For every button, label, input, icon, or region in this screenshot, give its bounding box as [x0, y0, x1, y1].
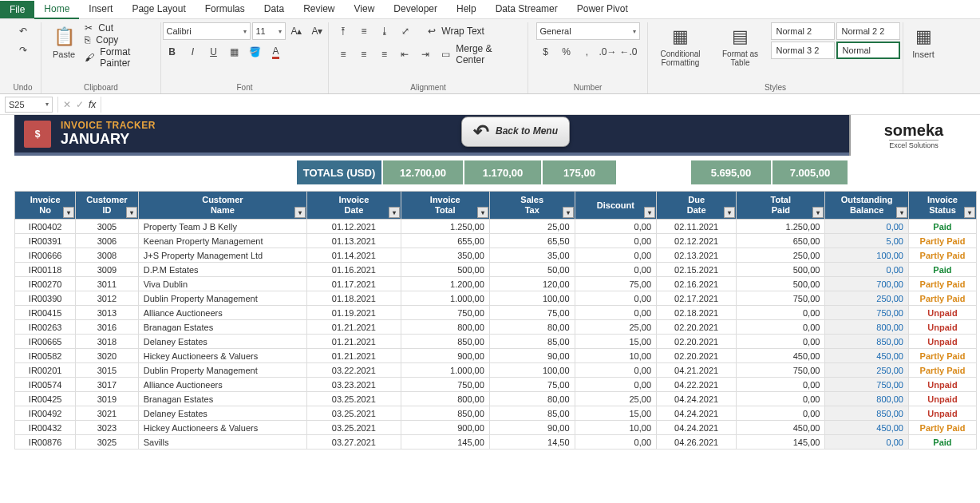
undo-button[interactable]: ↶ [14, 22, 33, 40]
tab-formulas[interactable]: Formulas [196, 0, 255, 19]
increase-decimal-button[interactable]: .0→ [599, 43, 618, 61]
back-to-menu-button[interactable]: ↶ Back to Menu [461, 117, 570, 147]
col-invoice-no[interactable]: InvoiceNo▾ [15, 192, 76, 220]
tab-insert[interactable]: Insert [79, 0, 122, 19]
col-total-paid[interactable]: TotalPaid▾ [737, 192, 825, 220]
table-row[interactable]: IR003913006Keenan Property Management01.… [15, 234, 977, 248]
fx-icon[interactable]: fx [89, 99, 96, 110]
tab-file[interactable]: File [0, 1, 34, 18]
redo-button[interactable]: ↷ [14, 42, 33, 59]
table-row[interactable]: IR001183009D.P.M Estates01.16.2021500,00… [15, 263, 977, 277]
col-customer-name[interactable]: CustomerName▾ [138, 192, 306, 220]
invoice-table[interactable]: InvoiceNo▾CustomerID▾CustomerName▾Invoic… [14, 191, 977, 450]
bold-button[interactable]: B [163, 43, 182, 61]
filter-icon[interactable]: ▾ [126, 207, 137, 218]
filter-icon[interactable]: ▾ [563, 207, 574, 218]
enter-formula-icon[interactable]: ✓ [76, 99, 84, 110]
filter-icon[interactable]: ▾ [389, 207, 400, 218]
col-invoice-status[interactable]: InvoiceStatus▾ [908, 192, 976, 220]
filter-icon[interactable]: ▾ [644, 207, 655, 218]
comma-button[interactable]: , [578, 43, 597, 61]
conditional-formatting-button[interactable]: ▦ Conditional Formatting [651, 22, 710, 69]
font-size-select[interactable]: 11▾ [252, 22, 286, 40]
format-as-table-button[interactable]: ▤ Format as Table [713, 22, 768, 69]
italic-button[interactable]: I [184, 43, 203, 61]
align-middle-button[interactable]: ≡ [354, 22, 373, 40]
tab-power-pivot[interactable]: Power Pivot [567, 0, 638, 19]
table-row[interactable]: IR004023005Property Team J B Kelly01.12.… [15, 220, 977, 234]
table-row[interactable]: IR005823020Hickey Auctioneers & Valuers0… [15, 349, 977, 363]
decrease-indent-button[interactable]: ⇤ [395, 46, 414, 63]
currency-button[interactable]: $ [536, 43, 555, 61]
align-bottom-button[interactable]: ⭳ [375, 22, 394, 40]
table-row[interactable]: IR005743017Alliance Auctioneers03.23.202… [15, 378, 977, 392]
col-discount[interactable]: Discount▾ [575, 192, 656, 220]
cut-button[interactable]: ✂ Cut [85, 22, 156, 34]
merge-center-button[interactable]: ▭ Merge & Center [441, 43, 523, 65]
paste-button[interactable]: 📋 Paste [46, 22, 81, 61]
style-normal2[interactable]: Normal 2 [771, 22, 835, 40]
filter-icon[interactable]: ▾ [812, 207, 824, 218]
copy-button[interactable]: ⎘ Copy [85, 34, 156, 46]
filter-icon[interactable]: ▾ [724, 207, 735, 218]
underline-button[interactable]: U [204, 43, 223, 61]
tab-review[interactable]: Review [294, 0, 344, 19]
filter-icon[interactable]: ▾ [294, 207, 306, 218]
fill-color-button[interactable]: 🪣 [246, 43, 265, 61]
font-color-button[interactable]: A [267, 43, 286, 61]
table-row[interactable]: IR004323023Hickey Auctioneers & Valuers0… [15, 421, 977, 435]
insert-button[interactable]: ▦ Insert [906, 22, 941, 61]
borders-button[interactable]: ▦ [225, 43, 244, 61]
brush-icon: 🖌 [85, 52, 94, 63]
col-sales-tax[interactable]: SalesTax▾ [489, 192, 575, 220]
font-family-select[interactable]: Calibri▾ [163, 22, 251, 40]
number-format-select[interactable]: General▾ [536, 22, 640, 40]
align-center-button[interactable]: ≡ [354, 46, 373, 63]
table-row[interactable]: IR002703011Viva Dublin01.17.20211.200,00… [15, 277, 977, 291]
increase-font-button[interactable]: A▴ [287, 22, 306, 40]
col-outstanding-balance[interactable]: OutstandingBalance▾ [825, 192, 909, 220]
name-box[interactable]: S25▾ [5, 97, 53, 113]
orientation-button[interactable]: ⤢ [396, 22, 415, 40]
tab-page-layout[interactable]: Page Layout [122, 0, 195, 19]
col-invoice-total[interactable]: InvoiceTotal▾ [401, 192, 489, 220]
decrease-font-button[interactable]: A▾ [308, 22, 327, 40]
align-top-button[interactable]: ⭱ [334, 22, 353, 40]
sheet: $ INVOICE TRACKER JANUARY ↶ Back to Menu… [0, 115, 980, 450]
table-row[interactable]: IR002013015Dublin Property Management03.… [15, 363, 977, 378]
col-due-date[interactable]: DueDate▾ [657, 192, 737, 220]
copy-icon: ⎘ [85, 34, 90, 46]
style-normal[interactable]: Normal [836, 42, 900, 59]
tab-view[interactable]: View [345, 0, 385, 19]
table-row[interactable]: IR008763025Savills03.27.2021145,0014,500… [15, 435, 977, 450]
table-row[interactable]: IR002633016Branagan Estates01.21.2021800… [15, 320, 977, 335]
table-row[interactable]: IR006663008J+S Property Management Ltd01… [15, 248, 977, 263]
increase-indent-button[interactable]: ⇥ [416, 46, 435, 63]
filter-icon[interactable]: ▾ [896, 207, 907, 218]
col-customer-id[interactable]: CustomerID▾ [76, 192, 138, 220]
tab-data-streamer[interactable]: Data Streamer [486, 0, 567, 19]
filter-icon[interactable]: ▾ [63, 207, 74, 218]
table-row[interactable]: IR004253019Branagan Estates03.25.2021800… [15, 392, 977, 406]
style-normal32[interactable]: Normal 3 2 [771, 42, 835, 59]
wrap-text-button[interactable]: ↩ Wrap Text [428, 26, 484, 37]
col-invoice-date[interactable]: InvoiceDate▾ [307, 192, 401, 220]
totals-label: TOTALS (USD) [297, 160, 383, 184]
table-row[interactable]: IR004153013Alliance Auctioneers01.19.202… [15, 306, 977, 320]
filter-icon[interactable]: ▾ [477, 207, 488, 218]
tab-home[interactable]: Home [34, 0, 79, 19]
tab-data[interactable]: Data [255, 0, 294, 19]
cancel-formula-icon[interactable]: ✕ [63, 99, 71, 110]
filter-icon[interactable]: ▾ [964, 207, 975, 218]
table-row[interactable]: IR006653018Delaney Estates01.21.2021850,… [15, 335, 977, 349]
table-row[interactable]: IR003903012Dublin Property Management01.… [15, 291, 977, 306]
align-right-button[interactable]: ≡ [375, 46, 394, 63]
tab-developer[interactable]: Developer [384, 0, 447, 19]
format-painter-button[interactable]: 🖌 Format Painter [85, 46, 156, 69]
decrease-decimal-button[interactable]: ←.0 [619, 43, 638, 61]
style-normal22[interactable]: Normal 2 2 [836, 22, 900, 40]
tab-help[interactable]: Help [447, 0, 486, 19]
percent-button[interactable]: % [557, 43, 576, 61]
align-left-button[interactable]: ≡ [334, 46, 353, 63]
table-row[interactable]: IR004923021Delaney Estates03.25.2021850,… [15, 406, 977, 421]
